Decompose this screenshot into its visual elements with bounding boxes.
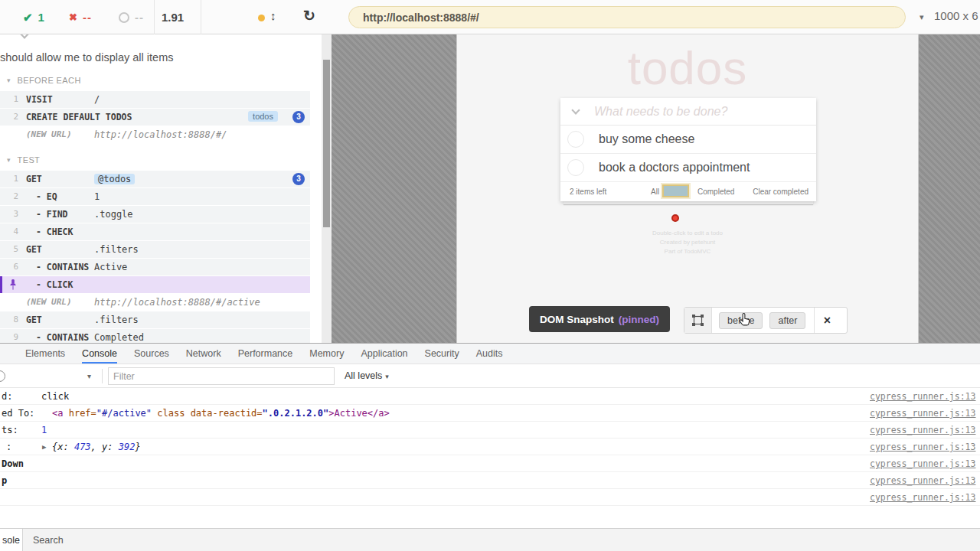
command-row-contains-completed[interactable]: 9 - CONTAINS Completed — [0, 329, 310, 343]
failed-count: -- — [83, 11, 92, 24]
url-bar[interactable]: http://localhost:8888/#/ — [348, 6, 906, 28]
scroll-updown-icon[interactable]: ↕ — [270, 9, 276, 22]
console-row: d: click cypress_runner.js:13 — [0, 388, 980, 405]
check-icon: ✔ — [23, 11, 33, 24]
console-toolbar: ▾ All levels▾ — [0, 364, 980, 388]
tab-console[interactable]: Console — [82, 344, 117, 364]
command-row-get-filters-2[interactable]: 8 GET .filters — [0, 311, 310, 328]
command-row-get-todos[interactable]: 1 GET @todos 3 — [0, 171, 310, 187]
todomvc-info: Double-click to edit a todo Created by p… — [457, 229, 918, 256]
tab-security[interactable]: Security — [425, 344, 459, 364]
source-link[interactable]: cypress_runner.js:13 — [870, 475, 975, 486]
close-icon[interactable]: × — [815, 314, 839, 328]
todo-item: buy some cheese — [560, 126, 816, 154]
object-preview[interactable]: {x: 473, y: 392} — [52, 442, 141, 452]
expand-object-arrow-icon[interactable]: ▶ — [42, 443, 46, 451]
console-row: : ▶ {x: 473, y: 392} cypress_runner.js:1… — [0, 439, 980, 455]
tab-network[interactable]: Network — [186, 344, 221, 364]
click-event-marker — [671, 214, 679, 222]
tab-application[interactable]: Application — [361, 344, 407, 364]
highlight-toggle-button[interactable] — [684, 308, 712, 333]
test-duration: 1.91 — [162, 0, 184, 34]
refresh-button[interactable]: ↻ — [303, 7, 315, 24]
clear-console-icon[interactable] — [0, 370, 5, 382]
tests-pending-stat[interactable]: -- — [119, 0, 144, 34]
source-link[interactable]: cypress_runner.js:13 — [870, 408, 975, 419]
command-row-create-todos[interactable]: 2 CREATE DEFAULT TODOS todos 3 — [0, 109, 310, 126]
app-under-test: todos buy some cheese book a doctors app… — [456, 34, 919, 343]
console-row: p cypress_runner.js:13 — [0, 472, 980, 489]
command-row-click-pinned[interactable]: - CLICK — [0, 276, 310, 293]
new-url-row[interactable]: (NEW URL) http://localhost:8888/#/active — [0, 294, 310, 311]
command-row-eq[interactable]: 2 - EQ 1 — [0, 188, 310, 205]
source-link[interactable]: cypress_runner.js:13 — [870, 458, 975, 469]
items-left-label: 2 items left — [570, 187, 606, 196]
snapshot-before-button[interactable]: before — [719, 312, 763, 329]
command-log-scrollbar[interactable] — [322, 34, 332, 343]
source-link[interactable]: cypress_runner.js:13 — [870, 391, 975, 402]
tab-memory[interactable]: Memory — [309, 344, 344, 364]
divider — [154, 0, 155, 34]
log-levels-dropdown[interactable]: All levels▾ — [345, 370, 389, 381]
devtools-panel: Elements Console Sources Network Perform… — [0, 343, 980, 551]
source-link[interactable]: cypress_runner.js:13 — [870, 492, 975, 503]
filter-completed-link[interactable]: Completed — [697, 187, 734, 196]
toggle-all-chevron-icon[interactable] — [571, 106, 580, 114]
drawer-tab-search[interactable]: Search — [33, 529, 64, 551]
pin-icon — [8, 279, 18, 291]
tab-sources[interactable]: Sources — [134, 344, 169, 364]
viewport-size[interactable]: 1000 x 6 — [934, 9, 978, 22]
tests-failed-stat[interactable]: ✖ -- — [69, 0, 92, 34]
command-row-get-filters[interactable]: 5 GET .filters — [0, 241, 310, 258]
command-row-check[interactable]: 4 - CHECK — [0, 223, 310, 240]
new-todo-input[interactable] — [594, 98, 808, 125]
tests-passed-stat[interactable]: ✔ 1 — [23, 0, 44, 34]
tab-performance[interactable]: Performance — [238, 344, 293, 364]
command-row-contains-active[interactable]: 6 - CONTAINS Active — [0, 259, 310, 276]
command-row-visit[interactable]: 1 VISIT / — [0, 91, 310, 108]
todo-toggle-circle[interactable] — [567, 131, 584, 148]
auto-scroll-indicator-icon[interactable] — [258, 15, 265, 21]
todo-toggle-circle[interactable] — [567, 159, 584, 176]
section-test[interactable]: ▾ TEST — [0, 152, 322, 168]
todo-footer: 2 items left All Completed Clear complet… — [560, 182, 816, 201]
new-url-row[interactable]: (NEW URL) http://localhost:8888/#/ — [0, 126, 310, 143]
console-row: cypress_runner.js:13 — [0, 489, 980, 506]
source-link[interactable]: cypress_runner.js:13 — [870, 442, 975, 452]
selection-box-icon — [691, 314, 704, 327]
new-todo-row — [560, 98, 816, 126]
command-row-find[interactable]: 3 - FIND .toggle — [0, 206, 310, 223]
runner-header: ✔ 1 ✖ -- -- 1.91 ↕ ↻ http://localhost:88… — [0, 0, 980, 34]
count-badge: 3 — [292, 173, 305, 185]
source-link[interactable]: cypress_runner.js:13 — [870, 425, 975, 435]
count-badge: 3 — [292, 111, 305, 123]
drawer-tab-console[interactable]: sole — [0, 529, 23, 551]
tab-audits[interactable]: Audits — [476, 344, 503, 364]
console-row: ed To: <a href="#/active" class data-rea… — [0, 405, 980, 422]
cross-icon: ✖ — [69, 11, 77, 23]
viewport-caret-icon[interactable]: ▾ — [920, 12, 924, 22]
dom-snapshot-message: DOM Snapshot (pinned) — [529, 306, 670, 332]
snapshot-controls: before after × — [684, 307, 848, 334]
scrollbar-thumb[interactable] — [323, 60, 330, 227]
todos-app-title: todos — [457, 41, 918, 95]
clear-completed-link[interactable]: Clear completed — [753, 187, 808, 196]
section-before-each[interactable]: ▾ BEFORE EACH — [0, 73, 322, 88]
console-row: Down cypress_runner.js:13 — [0, 455, 980, 472]
html-element-preview[interactable]: <a href="#/active" class data-reactid=".… — [52, 408, 390, 419]
tab-elements[interactable]: Elements — [25, 344, 65, 364]
frame-selector-caret-icon[interactable]: ▾ — [87, 372, 91, 380]
divider — [102, 369, 103, 383]
filter-all-link[interactable]: All — [651, 187, 659, 196]
console-filter-input[interactable] — [108, 367, 335, 385]
pinned-label: (pinned) — [619, 314, 659, 325]
divider — [201, 0, 201, 34]
test-title[interactable]: should allow me to display all items — [0, 34, 322, 73]
snapshot-after-button[interactable]: after — [769, 312, 805, 329]
caret-down-icon: ▾ — [7, 77, 11, 84]
todo-card: buy some cheese book a doctors appointme… — [560, 98, 816, 201]
filter-active-highlight[interactable] — [662, 184, 689, 197]
todo-item: book a doctors appointment — [560, 154, 816, 182]
caret-down-icon: ▾ — [7, 156, 11, 164]
pending-count: -- — [135, 11, 144, 24]
